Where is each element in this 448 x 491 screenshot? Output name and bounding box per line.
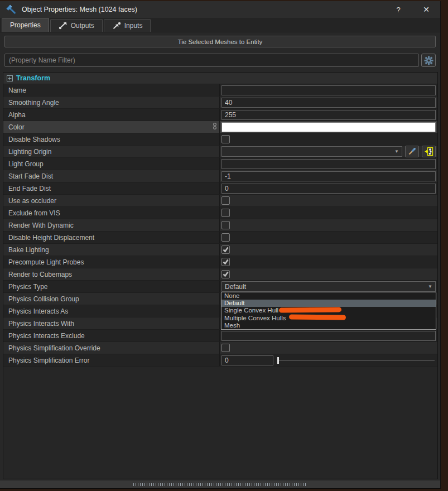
property-name-filter-input[interactable] bbox=[4, 54, 419, 67]
marker-stroke-annotation bbox=[279, 307, 341, 312]
property-label: Alpha bbox=[8, 111, 26, 119]
property-row-color: Color bbox=[3, 121, 437, 133]
close-icon[interactable]: ✕ bbox=[418, 5, 435, 14]
property-label-cell: Smoothing Angle bbox=[3, 97, 220, 108]
color-swatch[interactable] bbox=[221, 122, 436, 132]
property-value-cell bbox=[220, 244, 437, 256]
physics-interacts-exclude-input[interactable] bbox=[221, 331, 436, 341]
physics-simplification-override-checkbox[interactable] bbox=[221, 344, 230, 352]
physics-simplification-error-input[interactable] bbox=[221, 355, 273, 365]
link-icon bbox=[213, 122, 217, 130]
physics-type-combobox[interactable]: Default▼ bbox=[221, 281, 436, 292]
slider-track bbox=[277, 360, 435, 361]
tie-selected-meshes-button[interactable]: Tie Selected Meshes to Entity bbox=[4, 36, 436, 47]
property-value-cell bbox=[220, 195, 437, 206]
tab-label: Outputs bbox=[71, 22, 94, 30]
start-fade-dist-input[interactable] bbox=[221, 171, 436, 181]
property-row-render-to-cubemaps: Render to Cubemaps bbox=[3, 268, 437, 281]
alpha-input[interactable] bbox=[221, 110, 436, 120]
property-row-physics-interacts-exclude: Physics Interacts Exclude bbox=[3, 330, 437, 342]
combo-value: Default bbox=[225, 283, 428, 291]
output-arrow-icon bbox=[59, 22, 68, 30]
disable-height-displacement-checkbox[interactable] bbox=[221, 233, 230, 242]
eyedropper-button[interactable] bbox=[405, 146, 419, 157]
name-input[interactable] bbox=[221, 85, 436, 95]
physics-type-dropdown-list: NoneDefaultSingle Convex HullMultiple Co… bbox=[221, 292, 436, 330]
tab-inputs[interactable]: Inputs bbox=[104, 19, 151, 32]
property-label-cell: Physics Simplification Override bbox=[3, 342, 220, 354]
render-to-cubemaps-checkbox[interactable] bbox=[221, 270, 230, 278]
property-row-use-as-occluder: Use as occluder bbox=[3, 195, 437, 207]
property-value-cell bbox=[220, 232, 437, 243]
physics-simplification-error-slider[interactable] bbox=[276, 355, 436, 365]
property-row-name: Name bbox=[3, 84, 437, 97]
hammer-app-icon bbox=[6, 4, 17, 15]
property-label: Disable Shadows bbox=[8, 136, 60, 143]
property-value-cell bbox=[220, 342, 437, 354]
property-label-cell: Physics Interacts With bbox=[3, 317, 220, 329]
tab-label: Properties bbox=[10, 21, 41, 29]
render-with-dynamic-checkbox[interactable] bbox=[221, 221, 230, 229]
pick-entity-button[interactable] bbox=[422, 146, 436, 157]
bake-lighting-checkbox[interactable] bbox=[221, 246, 230, 254]
property-row-physics-simplification-override: Physics Simplification Override bbox=[3, 342, 437, 354]
section-header-transform[interactable]: Transform bbox=[3, 73, 437, 84]
property-label-cell: Bake Lighting bbox=[3, 244, 220, 256]
dropdown-option-mesh[interactable]: Mesh bbox=[221, 322, 436, 329]
property-value-cell bbox=[220, 133, 437, 145]
tie-button-container: Tie Selected Meshes to Entity bbox=[0, 32, 440, 49]
property-value-cell bbox=[220, 268, 437, 280]
property-row-precompute-light-probes: Precompute Light Probes bbox=[3, 256, 437, 268]
dropdown-option-default[interactable]: Default bbox=[221, 300, 436, 307]
slider-handle[interactable] bbox=[277, 357, 279, 364]
filter-options-button[interactable] bbox=[421, 54, 436, 67]
property-label: Physics Interacts Exclude bbox=[8, 332, 85, 340]
property-label: Color bbox=[8, 123, 25, 131]
tab-properties[interactable]: Properties bbox=[2, 18, 49, 32]
property-row-render-with-dynamic: Render With Dynamic bbox=[3, 219, 437, 232]
smoothing-angle-input[interactable] bbox=[221, 98, 436, 108]
exclude-from-vis-checkbox[interactable] bbox=[221, 209, 230, 217]
use-as-occluder-checkbox[interactable] bbox=[221, 196, 230, 205]
end-fade-dist-input[interactable] bbox=[221, 184, 436, 194]
property-label-cell: Render to Cubemaps bbox=[3, 268, 220, 280]
marker-stroke-annotation bbox=[289, 314, 346, 320]
input-arrow-icon bbox=[112, 22, 121, 30]
property-label-cell: Disable Shadows bbox=[3, 133, 220, 145]
tab-bar: PropertiesOutputsInputs bbox=[0, 18, 440, 32]
property-label: Physics Simplification Error bbox=[8, 357, 89, 364]
precompute-light-probes-checkbox[interactable] bbox=[221, 258, 230, 266]
property-value-cell bbox=[220, 182, 437, 194]
property-value-cell bbox=[220, 121, 437, 133]
property-label-cell: Use as occluder bbox=[3, 195, 220, 206]
property-label: Disable Height Displacement bbox=[8, 234, 94, 242]
property-value-cell bbox=[220, 158, 437, 170]
filter-row bbox=[0, 49, 440, 67]
property-label-cell: Lighting Origin bbox=[3, 146, 220, 157]
property-label-cell: Physics Interacts Exclude bbox=[3, 330, 220, 341]
property-grid: Transform NameSmoothing AngleAlphaColorD… bbox=[3, 72, 438, 479]
property-label: Exclude from VIS bbox=[8, 209, 60, 217]
property-value-cell bbox=[220, 354, 437, 366]
property-row-disable-height-displacement: Disable Height Displacement bbox=[3, 232, 437, 244]
property-row-alpha: Alpha bbox=[3, 109, 437, 121]
help-button[interactable]: ? bbox=[390, 6, 407, 14]
disable-shadows-checkbox[interactable] bbox=[221, 135, 230, 143]
property-row-light-group: Light Group bbox=[3, 158, 437, 170]
property-label: Physics Simplification Override bbox=[8, 344, 100, 352]
property-value-cell: Default▼NoneDefaultSingle Convex HullMul… bbox=[220, 281, 437, 292]
check-icon bbox=[222, 246, 229, 253]
resize-grip-icon[interactable] bbox=[133, 483, 307, 486]
expand-box-icon[interactable] bbox=[7, 75, 13, 81]
window-title: Object Properties: Mesh (1024 faces) bbox=[22, 6, 390, 13]
dropdown-option-none[interactable]: None bbox=[221, 292, 436, 300]
property-label: Name bbox=[8, 86, 26, 94]
light-group-input[interactable] bbox=[221, 159, 436, 169]
property-value-cell bbox=[220, 207, 437, 219]
lighting-origin-combobox[interactable]: ▼ bbox=[221, 146, 402, 157]
property-label: Precompute Light Probes bbox=[8, 258, 84, 266]
pick-entity-icon bbox=[424, 147, 433, 156]
tab-label: Inputs bbox=[124, 22, 143, 30]
property-row-smoothing-angle: Smoothing Angle bbox=[3, 97, 437, 109]
tab-outputs[interactable]: Outputs bbox=[50, 19, 103, 32]
